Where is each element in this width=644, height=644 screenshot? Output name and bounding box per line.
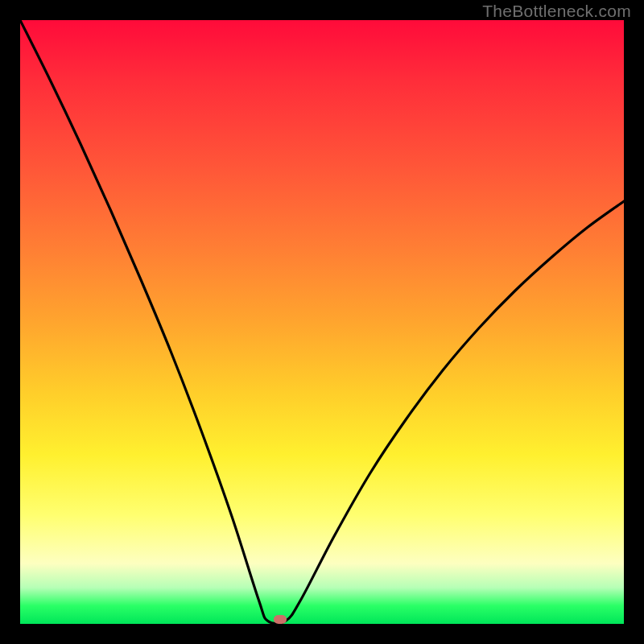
plot-area [20,20,624,624]
watermark-text: TheBottleneck.com [482,2,631,21]
bottleneck-curve [20,20,624,624]
optimal-marker [274,615,287,624]
chart-frame: TheBottleneck.com [0,0,644,644]
